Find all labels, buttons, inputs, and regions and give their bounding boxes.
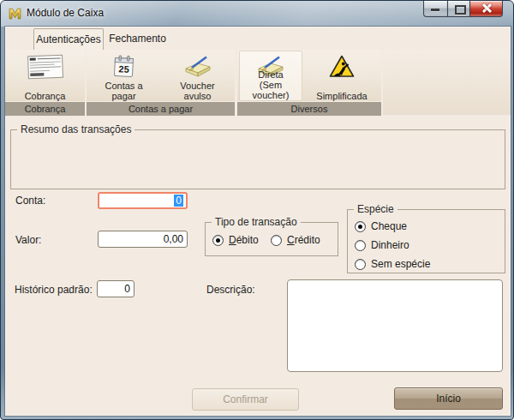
inicio-button[interactable]: Início [394, 387, 503, 410]
app-window: Módulo de Caixa Autenticações Fechamento [0, 0, 514, 420]
ribbon-button-label: Cobrança [25, 91, 66, 101]
contas-a-pagar-button[interactable]: 25 Contas a pagar [88, 51, 160, 101]
conta-input[interactable]: 0 [98, 192, 188, 209]
tipo-transacao-caption: Tipo de transação [212, 216, 301, 228]
descricao-textarea[interactable] [287, 279, 503, 372]
close-button[interactable] [470, 1, 503, 17]
radio-sem-especie[interactable]: Sem espécie [355, 258, 430, 270]
cobranca-button[interactable]: Cobrança [7, 51, 84, 101]
ribbon-group-contas-a-pagar: 25 Contas a pagar [87, 50, 235, 115]
radio-icon [271, 235, 282, 246]
close-icon [481, 3, 491, 13]
conta-value: 0 [174, 195, 183, 207]
tab-label: Autenticações [36, 33, 100, 45]
ribbon-button-label: Voucher [180, 81, 214, 91]
maximize-button[interactable] [447, 1, 470, 17]
descricao-label: Descrição: [206, 284, 255, 296]
valor-input[interactable] [98, 231, 188, 248]
ribbon-button-label: avulso [180, 91, 214, 101]
radio-label: Sem espécie [371, 258, 430, 270]
direta-sem-voucher-button[interactable]: Direta (Sem voucher) [239, 51, 302, 101]
minimize-icon [431, 9, 439, 11]
svg-text:25: 25 [118, 63, 129, 75]
client-area: Autenticações Fechamento [5, 27, 511, 416]
radio-label: Cheque [371, 220, 407, 232]
ribbon-caption-cobranca: Cobrança [5, 101, 85, 116]
ribbon-button-label: pagar [105, 91, 142, 101]
window-controls [423, 1, 503, 17]
summary-groupbox: Resumo das transações [10, 129, 505, 189]
ribbon-button-label: Simplificada [316, 91, 367, 101]
radio-label: Crédito [287, 234, 320, 246]
historico-label: Histórico padrão: [15, 284, 93, 296]
ribbon-filler [383, 50, 511, 115]
ribbon-group-diversos: Direta (Sem voucher) [237, 50, 381, 115]
radio-credito[interactable]: Crédito [271, 234, 320, 246]
radio-icon [355, 259, 366, 270]
radio-icon [212, 235, 224, 246]
ribbon-group-cobranca: Cobrança Cobrança [5, 50, 85, 115]
valor-label: Valor: [15, 234, 41, 246]
radio-icon [355, 221, 366, 232]
ribbon-button-label: Contas a [105, 81, 142, 91]
window-title: Módulo de Caixa [27, 1, 104, 26]
ribbon-caption-contas-a-pagar: Contas a pagar [87, 101, 235, 116]
simplificada-button[interactable]: Simplificada [304, 51, 380, 101]
maximize-icon [455, 5, 466, 15]
especie-groupbox: Espécie Cheque Dinheiro Sem espécie [347, 209, 505, 273]
tab-autenticacoes[interactable]: Autenticações [33, 28, 104, 50]
especie-caption: Espécie [354, 203, 397, 215]
historico-input[interactable] [97, 280, 134, 297]
app-logo-icon [8, 6, 22, 21]
minimize-button[interactable] [423, 1, 447, 17]
ribbon-button-label: Direta [240, 69, 302, 80]
tab-label: Fechamento [109, 33, 166, 45]
invoice-icon [27, 52, 64, 81]
voucher-icon [183, 52, 212, 81]
voucher-avulso-button[interactable]: Voucher avulso [162, 51, 234, 101]
tab-fechamento[interactable]: Fechamento [105, 28, 170, 50]
summary-caption: Resumo das transações [17, 123, 134, 135]
construction-icon [329, 52, 355, 81]
calendar-icon: 25 [112, 52, 136, 81]
radio-cheque[interactable]: Cheque [355, 220, 407, 232]
confirmar-button[interactable]: Confirmar [192, 388, 299, 411]
titlebar[interactable]: Módulo de Caixa [1, 1, 513, 27]
radio-label: Débito [229, 234, 259, 246]
radio-dinheiro[interactable]: Dinheiro [355, 239, 409, 251]
ribbon-button-label: (Sem voucher) [240, 80, 302, 100]
radio-icon [355, 240, 366, 251]
radio-debito[interactable]: Débito [212, 234, 259, 246]
ribbon-caption-diversos: Diversos [237, 101, 381, 116]
conta-label: Conta: [15, 195, 45, 207]
radio-label: Dinheiro [371, 239, 409, 251]
tipo-transacao-groupbox: Tipo de transação Débito Crédito [205, 222, 338, 256]
